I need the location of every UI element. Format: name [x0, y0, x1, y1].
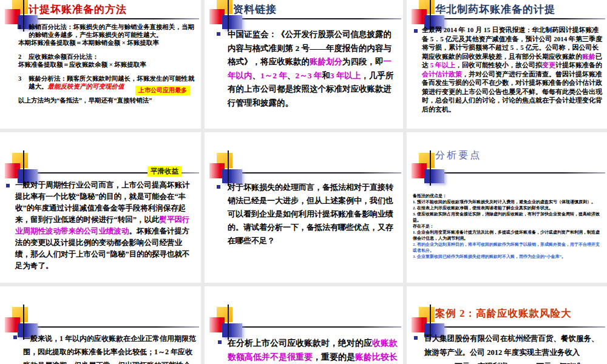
body-paragraph: 对于坏账损失的处理而言，备抵法相对于直接转销法已经是一大进步，但从上述案例中，我…	[217, 181, 396, 248]
text-run: 应收账款余额百分比法：	[29, 53, 99, 60]
text-run: 赊销百分比法：坏账损失的产生与赊销业务直接相关，当期的赊销业务越多，产生坏账损失…	[29, 24, 194, 38]
body-paragraph	[18, 69, 197, 75]
slide-title: 华北制药坏账准备的计提	[435, 2, 555, 16]
bullet-icon	[414, 29, 418, 33]
text-run: ，回收可能性较小，故公司拟	[455, 61, 542, 69]
slide-body: 在分析上市公司应收账款时，绝对的应收账款数额高低并不是很重要，重要的是账龄比较长…	[218, 336, 400, 364]
body-paragraph: 一般来说，1 年以内的应收账款在企业正常信用期限范围，因此提取的坏账准备比率会比…	[13, 332, 197, 364]
slide-body: 中国证监会：《公开发行股票公司信息披露的内容与格式准则第 2 号——年度报告的内…	[217, 28, 398, 110]
bullet-icon	[414, 336, 418, 340]
text-run: 变更	[542, 61, 555, 69]
bullet-icon	[217, 185, 220, 189]
text-run: 账龄划分	[310, 57, 342, 66]
item-number: 2	[18, 53, 21, 61]
bullet-icon	[218, 340, 222, 344]
slide-body: 百大集团股份有限公司在杭州经营百货、餐饮服务、旅游等产业。公司 2012 年度实…	[414, 332, 604, 364]
text-run: 1. 企业会利用变更坏账准备计提方法及比例，多提或少提坏账准备，少计或虚列资产和…	[413, 230, 600, 241]
slide-thumbnail-income-smoothing[interactable]: 平滑收益一般对于周期性行业公司而言，上市公司提高坏账计提比率有一个比较“隐秘”的…	[0, 132, 201, 283]
text-run: 对于坏账损失的处理而言，备抵法相对于直接转销法已经是一大进步，但从上述案例中，我…	[228, 183, 393, 245]
slide-thumbnail-reference-link[interactable]: 资料链接中国证监会：《公开发行股票公司信息披露的内容与格式准则第 2 号——年度…	[205, 0, 403, 129]
text-run: 全景网 2014 年 10 月 15 日资讯报道：华北制药因计提坏账准备 5．5…	[422, 26, 602, 60]
highlight-tag: 平滑收益	[148, 166, 181, 177]
text-run: 以上方法均为“备抵法”，早期还有“直接转销法”	[18, 97, 152, 104]
slide-thumbnail-aging-matters-more-than-amount[interactable]: 在分析上市公司应收账款时，绝对的应收账款数额高低并不是很重要，重要的是账龄比较长…	[205, 286, 403, 364]
slide-title: 分析要点	[435, 149, 481, 162]
body-paragraph: 中国证监会：《公开发行股票公司信息披露的内容与格式准则第 2 号——年度报告的内…	[217, 28, 398, 110]
text-run: 3 年以上	[330, 71, 361, 80]
slide-body: 一般来说，1 年以内的应收账款在企业正常信用期限范围，因此提取的坏账准备比率会比…	[13, 332, 197, 364]
body-paragraph: 2. 有的企业为达到某种目的，将本可收回的账款作为坏账予以核销，形成账外资金，用…	[413, 241, 601, 254]
body-paragraph: 百大集团股份有限公司在杭州经营百货、餐饮服务、旅游等产业。公司 2012 年度实…	[414, 332, 604, 364]
text-run: 2. 在报表上列示应收账款净额，使报表阅读者能了解企业真实的财务状况。	[413, 206, 553, 211]
body-paragraph: 1. 预计不能收回的应收款项作为坏账损失及时计入费用，避免企业的虚盈实亏（体现谨…	[413, 199, 601, 205]
slide-body: 对于坏账损失的处理而言，备抵法相对于直接转销法已经是一大进步，但从上述案例中，我…	[217, 181, 396, 248]
body-paragraph: 2应收账款余额百分比法：	[18, 53, 197, 61]
deco-blue-square-icon	[424, 169, 444, 183]
body-paragraph: 本期坏账准备提取额＝本期赊销金额 × 坏账提取率	[18, 39, 197, 47]
body-paragraph: 1. 企业会利用变更坏账准备计提方法及比例，多提或少提坏账准备，少计或虚列资产和…	[413, 229, 601, 241]
text-run: 百大集团股份有限公司在杭州经营百货、餐饮服务、旅游等产业。公司 2012 年度实…	[424, 334, 599, 364]
text-run: 2～3 年	[295, 71, 322, 80]
text-run: 备抵法的优点是：	[413, 194, 447, 198]
deco-vertical-line	[228, 305, 229, 340]
body-paragraph: 2. 在报表上列示应收账款净额，使报表阅读者能了解企业真实的财务状况。	[413, 205, 601, 211]
body-paragraph: 备抵法的优点是：	[413, 193, 601, 199]
body-paragraph: 存在不足：	[413, 223, 601, 229]
deco-vertical-line	[430, 150, 431, 186]
body-paragraph: 3. 企业重新收回已经作为坏账损失处理的账款时不入账，而作为企业的“小金库”。	[413, 254, 601, 260]
text-run: 本期坏账准备提取额＝本期赊销金额 × 坏账提取率	[18, 39, 159, 46]
body-paragraph: 一般对于周期性行业公司而言，上市公司提高坏账计提比率有一个比较“隐秘”的目的，就…	[6, 180, 195, 272]
slide-thumbnail-aging-and-provision-rates[interactable]: 一般来说，1 年以内的应收账款在企业正常信用期限范围，因此提取的坏账准备比率会比…	[0, 286, 201, 364]
template-deco-icon	[209, 305, 248, 340]
text-run: 和	[322, 71, 330, 80]
item-number: 3	[18, 75, 21, 83]
bullet-icon	[217, 32, 220, 36]
slide-thumbnail-case2-high-aging-receivables-risk[interactable]: 案例 2：高龄应收账款风险大百大集团股份有限公司在杭州经营百货、餐饮服务、旅游等…	[407, 286, 607, 364]
slide-title: 案例 2：高龄应收账款风险大	[435, 307, 571, 320]
text-run: 存在不足：	[413, 224, 434, 229]
slide-thumbnail-ncpc-bad-debt-provision[interactable]: 华北制药坏账准备的计提全景网 2014 年 10 月 15 日资讯报道：华北制药…	[407, 0, 607, 129]
deco-vertical-line	[228, 0, 229, 32]
text-run: 账龄	[582, 53, 595, 60]
text-run: 1. 预计不能收回的应收款项作为坏账损失及时计入费用，避免企业的虚盈实亏（体现谨…	[413, 200, 595, 204]
text-run: 3. 使应收账款实际占用资金接近实际，消除虚列的应收账款，有利于加快企业资金周转…	[413, 212, 600, 223]
body-paragraph: 全景网 2014 年 10 月 15 日资讯报道：华北制药因计提坏账准备 5．5…	[414, 25, 605, 113]
text-run: 5 年以上	[430, 61, 455, 69]
body-paragraph: 3. 使应收账款实际占用资金接近实际，消除虚列的应收账款，有利于加快企业资金周转…	[413, 211, 601, 223]
highlight-tag: 上市公司应用最多	[135, 86, 190, 95]
text-run: 2. 有的企业为达到某种目的，将本可收回的账款作为坏账予以核销，形成账外资金，用…	[413, 242, 600, 253]
text-run: 会计估计政策	[422, 70, 462, 78]
slide-title: 计提坏账准备的方法	[29, 2, 127, 16]
slide-body: 一般对于周期性行业公司而言，上市公司提高坏账计提比率有一个比较“隐秘”的目的，就…	[6, 180, 195, 272]
slide-thumbnail-analysis-key-points[interactable]: 分析要点备抵法的优点是：1. 预计不能收回的应收款项作为坏账损失及时计入费用，避…	[407, 132, 607, 283]
slide-body: 全景网 2014 年 10 月 15 日资讯报道：华北制药因计提坏账准备 5．5…	[414, 25, 605, 113]
slide-sorter-view: 计提坏账准备的方法上市公司应用最多1赊销百分比法：坏账损失的产生与赊销业务直接相…	[0, 0, 607, 364]
text-run: 坏账准备提取额＝应收账款余额 × 坏账提取率	[18, 61, 146, 68]
text-run: 3. 企业重新收回已经作为坏账损失处理的账款时不入账，而作为企业的“小金库”。	[413, 254, 566, 259]
body-paragraph: 1赊销百分比法：坏账损失的产生与赊销业务直接相关，当期的赊销业务越多，产生坏账损…	[18, 23, 197, 39]
text-run: 为四段，即	[342, 57, 384, 66]
body-paragraph: 在分析上市公司应收账款时，绝对的应收账款数额高低并不是很重要，重要的是账龄比较长…	[218, 336, 400, 364]
bullet-icon	[13, 335, 17, 339]
deco-blue-square-icon	[222, 323, 242, 337]
slide-thumbnail-methods-of-bad-debt-provision[interactable]: 计提坏账准备的方法上市公司应用最多1赊销百分比法：坏账损失的产生与赊销业务直接相…	[0, 0, 201, 129]
text-run: 计提坏账准备的	[555, 61, 602, 69]
slide-title: 资料链接	[233, 2, 277, 16]
text-run: 一般来说，1 年以内的应收账款在企业正常信用期限范围，因此提取的坏账准备比率会比…	[23, 334, 196, 364]
deco-blue-square-icon	[222, 15, 242, 29]
item-number: 1	[18, 23, 21, 31]
text-run: 、	[287, 71, 296, 80]
text-run: 最能反映资产的可变现价值	[48, 83, 124, 90]
text-run: ，重要的是	[313, 352, 355, 362]
slide-body: 备抵法的优点是：1. 预计不能收回的应收款项作为坏账损失及时计入费用，避免企业的…	[413, 193, 601, 260]
bullet-icon	[6, 184, 10, 187]
text-run: 、	[253, 71, 261, 80]
text-run: 1～2 年	[260, 71, 287, 80]
body-paragraph: 坏账准备提取额＝应收账款余额 × 坏账提取率	[18, 61, 197, 69]
text-run: 在分析上市公司应收账款时，绝对的应	[228, 339, 372, 348]
body-paragraph	[18, 47, 197, 53]
slide-thumbnail-allowance-method-question[interactable]: 对于坏账损失的处理而言，备抵法相对于直接转销法已经是一大进步，但从上述案例中，我…	[205, 132, 403, 283]
body-paragraph: 以上方法均为“备抵法”，早期还有“直接转销法”	[18, 96, 197, 104]
